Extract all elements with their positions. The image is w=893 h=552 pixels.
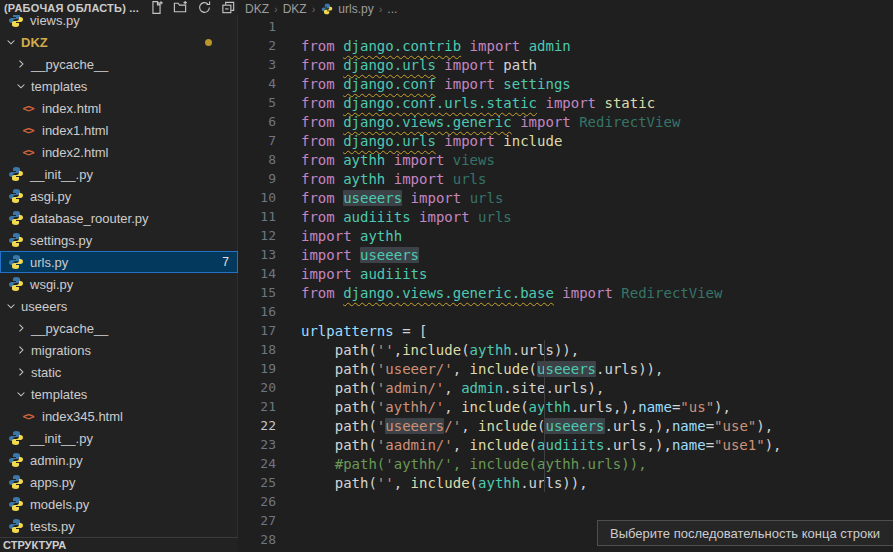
python-file-icon <box>8 232 24 248</box>
tree-folder-useeers[interactable]: useeers <box>0 295 238 317</box>
code-line-14[interactable]: 14import audiiits <box>239 264 893 283</box>
tree-item-label: useeers <box>21 299 67 314</box>
outline-section-header[interactable]: СТРУКТУРА <box>0 537 238 552</box>
line-number: 25 <box>239 475 276 490</box>
tree-file-models.py[interactable]: models.py <box>0 493 238 515</box>
line-number: 13 <box>239 247 276 262</box>
line-number: 11 <box>239 209 276 224</box>
python-file-icon <box>8 430 24 446</box>
tree-file-asgi.py[interactable]: asgi.py <box>0 185 238 207</box>
chevron-down-icon <box>15 388 27 400</box>
code-line-4[interactable]: 4from django.conf import settings <box>239 74 893 93</box>
line-number: 19 <box>239 361 276 376</box>
tree-folder-templates[interactable]: templates <box>0 383 238 405</box>
code-line-17[interactable]: 17urlpatterns = [ <box>239 321 893 340</box>
line-number: 27 <box>239 513 276 528</box>
breadcrumb-folder[interactable]: DKZ <box>245 2 269 16</box>
line-number: 22 <box>239 418 276 433</box>
html-file-icon: <> <box>20 100 36 116</box>
tree-item-label: __init__.py <box>30 167 93 182</box>
tree-folder-static[interactable]: static <box>0 361 238 383</box>
tree-folder-migrations[interactable]: migrations <box>0 339 238 361</box>
code-line-22[interactable]: 22 path('useeers/', include(useeers.urls… <box>239 416 893 435</box>
breadcrumb-symbol[interactable]: ... <box>387 2 397 16</box>
code-line-13[interactable]: 13import useeers <box>239 245 893 264</box>
code-line-10[interactable]: 10from useeers import urls <box>239 188 893 207</box>
tree-file-database_roouter.py[interactable]: database_roouter.py <box>0 207 238 229</box>
code-line-24[interactable]: 24 #path('aythh/', include(aythh.urls)), <box>239 454 893 473</box>
line-number: 18 <box>239 342 276 357</box>
new-folder-icon[interactable] <box>173 0 188 15</box>
tree-file-wsgi.py[interactable]: wsgi.py <box>0 273 238 295</box>
python-file-icon <box>8 210 24 226</box>
line-number: 28 <box>239 532 276 547</box>
tree-file-index345.html[interactable]: <>index345.html <box>0 405 238 427</box>
code-text: import audiiits <box>301 266 427 282</box>
tree-item-label: index.html <box>42 101 101 116</box>
code-line-25[interactable]: 25 path('', include(aythh.urls)), <box>239 473 893 492</box>
python-file-icon <box>8 496 24 512</box>
code-line-11[interactable]: 11from audiiits import urls <box>239 207 893 226</box>
code-text: from django.urls import path <box>301 57 537 73</box>
tree-item-label: DKZ <box>21 35 48 50</box>
code-line-19[interactable]: 19 path('useeer/', include(useeers.urls)… <box>239 359 893 378</box>
code-line-3[interactable]: 3from django.urls import path <box>239 55 893 74</box>
code-editor[interactable]: 12from django.contrib import admin3from … <box>239 17 893 549</box>
tree-item-label: tests.py <box>30 519 75 534</box>
tree-folder-DKZ[interactable]: DKZ <box>0 31 238 53</box>
editor-group: DKZ › DKZ › urls.py › ... 12from django.… <box>239 0 893 552</box>
code-text: from django.views.generic import Redirec… <box>301 114 680 130</box>
code-text: #path('aythh/', include(aythh.urls)), <box>301 456 647 472</box>
tree-file-index2.html[interactable]: <>index2.html <box>0 141 238 163</box>
tree-item-label: index1.html <box>42 123 108 138</box>
code-line-23[interactable]: 23 path('aadmin/', include(audiiits.urls… <box>239 435 893 454</box>
tree-item-label: urls.py <box>30 255 68 270</box>
tree-file-tests.py[interactable]: tests.py <box>0 515 238 537</box>
refresh-icon[interactable] <box>197 0 212 15</box>
code-line-18[interactable]: 18 path('',include(aythh.urls)), <box>239 340 893 359</box>
tree-file-urls.py[interactable]: urls.py7 <box>0 251 238 273</box>
code-line-5[interactable]: 5from django.conf.urls.static import sta… <box>239 93 893 112</box>
tree-folder-__pycache__[interactable]: __pycache__ <box>0 317 238 339</box>
breadcrumb-folder[interactable]: DKZ <box>283 2 307 16</box>
code-text: from django.conf.urls.static import stat… <box>301 95 655 111</box>
new-file-icon[interactable] <box>149 0 164 15</box>
tree-file-apps.py[interactable]: apps.py <box>0 471 238 493</box>
line-number: 5 <box>239 95 276 110</box>
code-line-21[interactable]: 21 path('aythh/', include(aythh.urls,),n… <box>239 397 893 416</box>
code-line-2[interactable]: 2from django.contrib import admin <box>239 36 893 55</box>
python-file-icon <box>8 166 24 182</box>
tree-folder-__pycache__[interactable]: __pycache__ <box>0 53 238 75</box>
code-line-8[interactable]: 8from aythh import views <box>239 150 893 169</box>
html-file-icon: <> <box>20 122 36 138</box>
code-line-9[interactable]: 9from aythh import urls <box>239 169 893 188</box>
problems-badge: 7 <box>222 255 229 269</box>
tree-file-settings.py[interactable]: settings.py <box>0 229 238 251</box>
code-line-6[interactable]: 6from django.views.generic import Redire… <box>239 112 893 131</box>
code-line-7[interactable]: 7from django.urls import include <box>239 131 893 150</box>
code-text: from django.views.generic.base import Re… <box>301 285 722 301</box>
tree-file-admin.py[interactable]: admin.py <box>0 449 238 471</box>
tree-file-index1.html[interactable]: <>index1.html <box>0 119 238 141</box>
tree-file-__init__.py[interactable]: __init__.py <box>0 427 238 449</box>
tree-file-__init__.py[interactable]: __init__.py <box>0 163 238 185</box>
chevron-right-icon <box>15 344 27 356</box>
tree-item-label: __init__.py <box>30 431 93 446</box>
code-line-16[interactable]: 16 <box>239 302 893 321</box>
code-line-12[interactable]: 12import aythh <box>239 226 893 245</box>
line-number: 4 <box>239 76 276 91</box>
collapse-all-icon[interactable] <box>221 0 236 15</box>
tree-folder-templates[interactable]: templates <box>0 75 238 97</box>
line-number: 20 <box>239 380 276 395</box>
line-number: 3 <box>239 57 276 72</box>
code-line-15[interactable]: 15from django.views.generic.base import … <box>239 283 893 302</box>
code-line-20[interactable]: 20 path('admin/', admin.site.urls), <box>239 378 893 397</box>
breadcrumb-file[interactable]: urls.py <box>338 2 373 16</box>
code-text: from django.contrib import admin <box>301 38 571 54</box>
tree-file-index.html[interactable]: <>index.html <box>0 97 238 119</box>
code-line-26[interactable]: 26 <box>239 492 893 511</box>
code-line-1[interactable]: 1 <box>239 17 893 36</box>
tree-item-label: templates <box>31 387 87 402</box>
chevron-right-icon: › <box>379 3 383 15</box>
statusbar-tooltip: Выберите последовательность конца строки <box>597 520 893 546</box>
